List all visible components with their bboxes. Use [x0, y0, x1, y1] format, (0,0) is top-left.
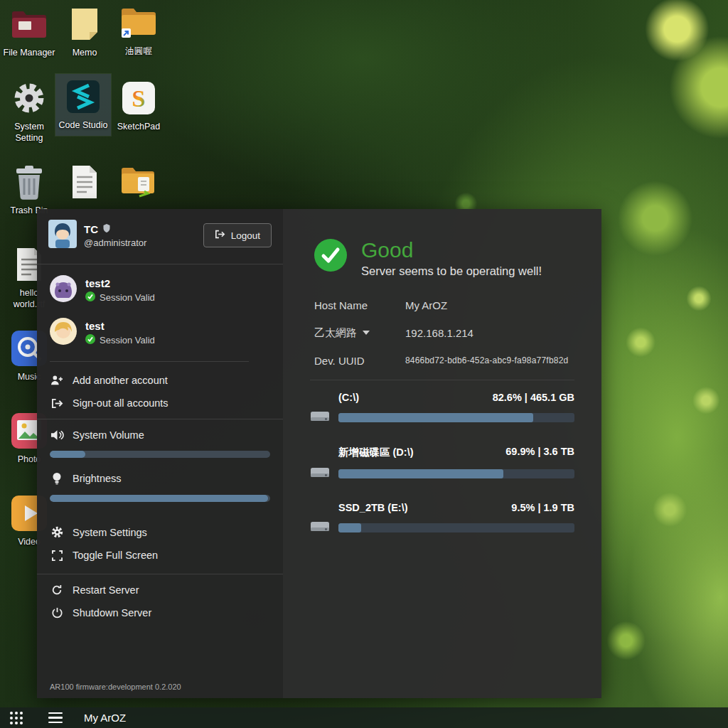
- check-badge-icon: [85, 334, 95, 346]
- account-name: test: [85, 320, 155, 332]
- divider: [37, 264, 283, 264]
- desktop-icon-label: 油圓喔: [125, 46, 152, 58]
- user-menu: TC @administrator Logout test2: [37, 209, 283, 698]
- disk-usage-fill: [338, 469, 503, 478]
- brightness-slider[interactable]: [50, 495, 270, 502]
- desktop-icon-file-manager[interactable]: File Manager: [1, 4, 57, 59]
- shutdown-server-label: Shutdown Server: [73, 607, 151, 619]
- user-status-panel: TC @administrator Logout test2: [37, 209, 601, 698]
- firmware-version: AR100 firmware:development 0.2.020: [37, 678, 283, 698]
- user-avatar: [48, 220, 77, 251]
- chevron-down-icon: [363, 331, 370, 335]
- desktop-icon-system-setting[interactable]: System Setting: [1, 78, 57, 144]
- brightness-row: Brightness: [37, 466, 283, 491]
- hdd-icon: [310, 520, 330, 537]
- svg-text:S: S: [132, 85, 146, 112]
- restart-server-item[interactable]: Restart Server: [37, 579, 283, 601]
- volume-slider-fill: [50, 451, 85, 458]
- restart-server-label: Restart Server: [73, 584, 139, 596]
- disk-usage-bar: [338, 523, 574, 532]
- desktop-icon-memo[interactable]: Memo: [57, 4, 112, 59]
- account-row-test2[interactable]: test2 Session Valid: [37, 269, 283, 311]
- add-account-item[interactable]: Add another account: [37, 369, 283, 392]
- status-title: Good: [361, 239, 542, 262]
- network-selector[interactable]: 乙太網路: [314, 326, 405, 340]
- network-label: 乙太網路: [314, 326, 357, 340]
- user-name: TC: [84, 223, 98, 235]
- desktop-icon-label: File Manager: [4, 48, 55, 59]
- system-settings-item[interactable]: System Settings: [37, 520, 283, 544]
- status-subtitle: Server seems to be operating well!: [361, 264, 542, 278]
- gear-icon: [50, 526, 64, 538]
- uuid-value: 8466bd72-bdb6-452a-abc9-fa98a77fb82d: [405, 355, 574, 365]
- user-header: TC @administrator Logout: [37, 209, 283, 259]
- document-icon: [70, 162, 100, 202]
- check-badge-icon: [85, 291, 95, 304]
- desktop-icon-label: Memo: [73, 48, 97, 59]
- host-name-label: Host Name: [314, 299, 405, 311]
- status-check-icon: [314, 239, 347, 274]
- logout-button[interactable]: Logout: [203, 223, 272, 247]
- divider: [50, 361, 249, 362]
- account-row-test[interactable]: test Session Valid: [37, 311, 283, 354]
- shield-icon: [102, 223, 111, 235]
- divider: [310, 380, 574, 380]
- account-avatar: [50, 318, 77, 348]
- server-status-header: Good Server seems to be operating well!: [310, 233, 574, 278]
- disk-list: (C:\) 82.6% | 465.1 GB 新增磁碟區 (D:\) 69.9%…: [310, 392, 574, 537]
- disk-usage: 69.9% | 3.6 TB: [505, 446, 574, 459]
- toggle-fullscreen-item[interactable]: Toggle Full Screen: [37, 544, 283, 567]
- trash-icon: [13, 162, 46, 202]
- user-identity: TC @administrator: [84, 223, 196, 248]
- host-name-value: My ArOZ: [405, 299, 574, 311]
- desktop-icon-code-studio[interactable]: Code Studio: [55, 74, 111, 136]
- signout-all-label: Sign-out all accounts: [73, 397, 168, 409]
- system-volume-label: System Volume: [73, 429, 144, 441]
- folder-shortcut-icon: [119, 3, 159, 43]
- ip-address-value: 192.168.1.214: [405, 327, 574, 339]
- brightness-label: Brightness: [73, 473, 122, 484]
- code-studio-icon: [65, 77, 101, 117]
- sketchpad-icon: S: [121, 78, 156, 118]
- disk-usage-bar: [338, 413, 574, 422]
- add-account-label: Add another account: [73, 375, 168, 386]
- apps-grid-icon[interactable]: [7, 709, 26, 727]
- speaker-icon: [50, 429, 64, 441]
- folder-maroon-icon: [10, 4, 48, 44]
- server-status-panel: Good Server seems to be operating well! …: [283, 209, 601, 698]
- shutdown-server-item[interactable]: Shutdown Server: [37, 601, 283, 624]
- system-settings-label: System Settings: [73, 527, 147, 538]
- hdd-icon: [310, 410, 330, 427]
- person-plus-icon: [50, 375, 64, 386]
- bulb-icon: [50, 472, 64, 485]
- disk-row-d: 新增磁碟區 (D:\) 69.9% | 3.6 TB: [310, 446, 574, 483]
- uuid-label: Dev. UUID: [314, 355, 405, 367]
- desktop-icon-oil-folder[interactable]: 油圓喔: [111, 3, 166, 58]
- account-name: test2: [85, 277, 155, 289]
- logout-label: Logout: [231, 230, 260, 241]
- toggle-fullscreen-label: Toggle Full Screen: [73, 550, 158, 561]
- signout-all-item[interactable]: Sign-out all accounts: [37, 392, 283, 414]
- disk-usage-fill: [338, 413, 533, 422]
- server-info-fields: Host Name My ArOZ 乙太網路 192.168.1.214 Dev…: [314, 299, 574, 367]
- folder-sync-icon: [119, 162, 158, 202]
- disk-row-e: SSD_2TB (E:\) 9.5% | 1.9 TB: [310, 502, 574, 537]
- restart-icon: [50, 584, 64, 596]
- desktop-icon-sketchpad[interactable]: S SketchPad: [111, 78, 166, 133]
- divider: [37, 419, 283, 419]
- taskbar-title: My ArOZ: [84, 712, 126, 724]
- desktop-icon-label: System Setting: [3, 122, 55, 144]
- taskbar: My ArOZ: [0, 707, 728, 728]
- gear-icon: [11, 78, 47, 118]
- desktop-icon-document[interactable]: [57, 162, 112, 205]
- session-status: Session Valid: [100, 292, 155, 303]
- divider: [37, 574, 283, 574]
- desktop-icon-folder-sync[interactable]: [111, 162, 166, 205]
- disk-name: (C:\): [338, 392, 359, 403]
- hamburger-menu-icon[interactable]: [46, 710, 65, 727]
- session-status: Session Valid: [100, 335, 155, 346]
- volume-slider[interactable]: [50, 451, 270, 458]
- system-volume-row: System Volume: [37, 424, 283, 446]
- disk-name: 新增磁碟區 (D:\): [338, 446, 414, 459]
- power-icon: [50, 607, 64, 619]
